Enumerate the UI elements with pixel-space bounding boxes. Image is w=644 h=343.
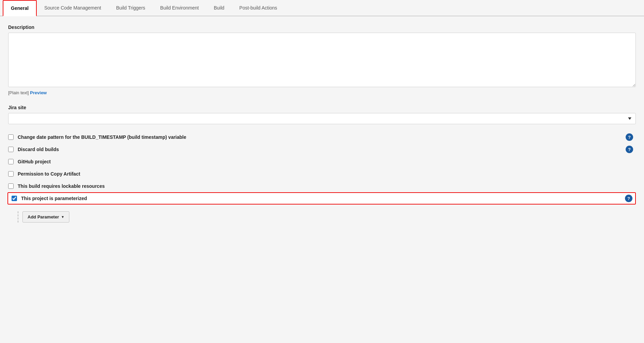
add-param-section: Add Parameter ▼: [18, 211, 636, 223]
add-param-label: Add Parameter: [28, 214, 59, 219]
jira-site-label: Jira site: [8, 105, 636, 110]
add-parameter-button[interactable]: Add Parameter ▼: [22, 211, 69, 223]
checkbox-build-timestamp[interactable]: [8, 134, 14, 140]
checkbox-row-github-project: GitHub project: [8, 156, 636, 168]
add-param-arrow-icon: ▼: [61, 215, 64, 219]
checkbox-list: Change date pattern for the BUILD_TIMEST…: [8, 131, 636, 205]
format-line: [Plain text] Preview: [8, 90, 636, 95]
description-label: Description: [8, 24, 636, 30]
checkbox-row-discard-old-builds: Discard old builds?: [8, 143, 636, 156]
tabs-bar: GeneralSource Code ManagementBuild Trigg…: [0, 0, 644, 16]
help-icon-build-timestamp[interactable]: ?: [626, 133, 633, 141]
checkbox-row-permission-copy-artifact: Permission to Copy Artifact: [8, 168, 636, 180]
description-textarea[interactable]: [8, 33, 636, 87]
jira-site-field-wrapper: [8, 113, 636, 124]
checkbox-label-github-project: GitHub project: [18, 159, 636, 164]
tab-build-triggers[interactable]: Build Triggers: [108, 0, 153, 16]
checkbox-github-project[interactable]: [8, 159, 14, 164]
tab-source-code-management[interactable]: Source Code Management: [37, 0, 108, 16]
tab-post-build-actions[interactable]: Post-build Actions: [232, 0, 285, 16]
checkbox-label-build-timestamp: Change date pattern for the BUILD_TIMEST…: [18, 134, 636, 140]
checkbox-permission-copy-artifact[interactable]: [8, 171, 14, 177]
help-icon-discard-old-builds[interactable]: ?: [626, 146, 633, 153]
checkbox-row-build-timestamp: Change date pattern for the BUILD_TIMEST…: [8, 131, 636, 143]
preview-link[interactable]: Preview: [30, 90, 47, 95]
checkbox-label-discard-old-builds: Discard old builds: [18, 147, 636, 152]
checkbox-label-parameterized: This project is parameterized: [21, 196, 632, 201]
tab-build[interactable]: Build: [206, 0, 232, 16]
plain-text-label: [Plain text]: [8, 90, 29, 95]
checkbox-label-lockable-resources: This build requires lockable resources: [18, 183, 636, 189]
checkbox-row-parameterized: This project is parameterized?: [7, 192, 636, 205]
checkbox-discard-old-builds[interactable]: [8, 147, 14, 152]
checkbox-row-lockable-resources: This build requires lockable resources: [8, 180, 636, 192]
checkbox-parameterized[interactable]: [12, 196, 17, 201]
content-area: Description [Plain text] Preview Jira si…: [0, 16, 644, 233]
tab-build-environment[interactable]: Build Environment: [153, 0, 206, 16]
page-container: GeneralSource Code ManagementBuild Trigg…: [0, 0, 644, 343]
jira-site-select[interactable]: [8, 113, 636, 124]
checkbox-lockable-resources[interactable]: [8, 183, 14, 189]
tab-general[interactable]: General: [3, 0, 37, 16]
checkbox-label-permission-copy-artifact: Permission to Copy Artifact: [18, 171, 636, 177]
help-icon-parameterized[interactable]: ?: [625, 195, 632, 202]
